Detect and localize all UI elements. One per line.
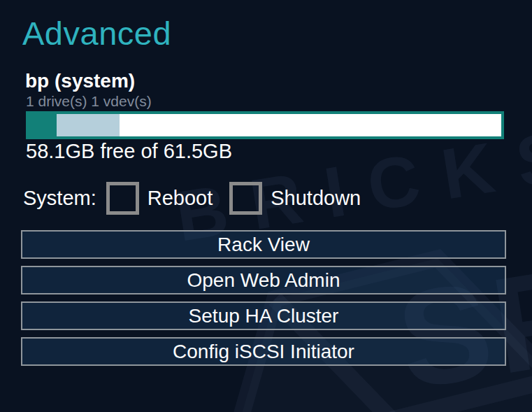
- pool-name: bp (system): [25, 70, 135, 92]
- system-label: System:: [23, 187, 96, 210]
- config-iscsi-initiator-button[interactable]: Config iSCSI Initiator: [21, 337, 506, 366]
- shutdown-checkbox[interactable]: [229, 182, 262, 215]
- rack-view-button[interactable]: Rack View: [21, 230, 506, 259]
- usage-segment-reserved: [57, 114, 120, 136]
- shutdown-checkbox-label: Shutdown: [271, 187, 361, 210]
- page-title: Advanced: [22, 14, 171, 52]
- usage-bar: [26, 111, 504, 139]
- pool-meta: 1 drive(s) 1 vdev(s): [26, 93, 152, 110]
- capacity-summary: 58.1GB free of 61.5GB: [26, 140, 232, 163]
- reboot-checkbox-label: Reboot: [148, 187, 213, 210]
- advanced-content: Advanced bp (system) 1 drive(s) 1 vdev(s…: [0, 0, 532, 412]
- usage-segment-free: [120, 114, 501, 136]
- action-button-stack: Rack View Open Web Admin Setup HA Cluste…: [21, 230, 506, 366]
- reboot-checkbox[interactable]: [106, 182, 139, 215]
- setup-ha-cluster-button[interactable]: Setup HA Cluster: [21, 301, 506, 330]
- advanced-screen: BRICKS SP Advanced bp (system) 1 drive(s…: [0, 0, 532, 412]
- usage-segment-used: [29, 114, 57, 136]
- open-web-admin-button[interactable]: Open Web Admin: [21, 266, 506, 294]
- system-controls-row: System: Reboot Shutdown: [23, 180, 361, 215]
